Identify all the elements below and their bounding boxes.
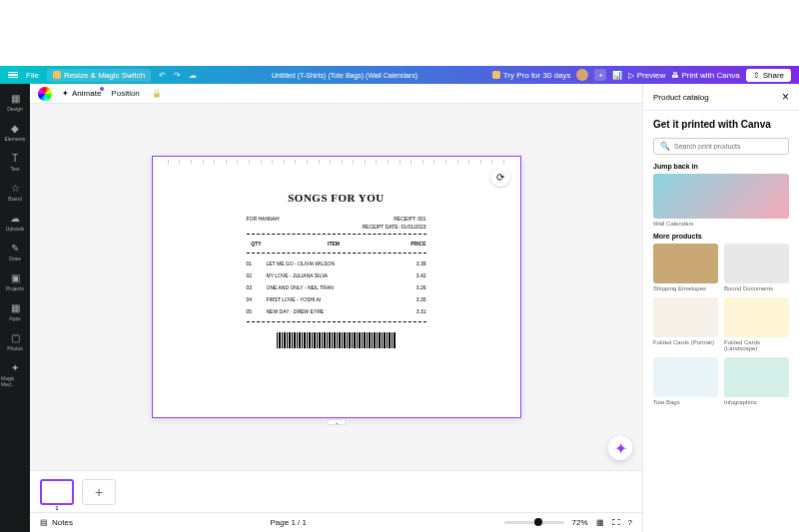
zoom-value[interactable]: 72% [572, 518, 588, 527]
sidebar-item-projects[interactable]: ▣Projects [1, 267, 29, 295]
section-more-products: More products [653, 233, 789, 240]
menu-icon[interactable] [8, 72, 18, 79]
file-menu[interactable]: File [26, 71, 39, 80]
design-canvas[interactable]: ⟳ SONGS FOR YOU FOR HANNAHRECEIPT: 001 R… [152, 156, 521, 418]
receipt-row: 04FIRST LOVE - YOSHI AI3.35 [247, 293, 426, 305]
magic-button[interactable]: ✦ [608, 436, 632, 460]
lock-icon[interactable]: 🔒 [152, 89, 162, 98]
bottom-bar: ▤ Notes Page 1 / 1 72% ▦ ⛶ ? [30, 512, 642, 532]
product-thumbnail [724, 357, 789, 397]
product-thumbnail [724, 244, 789, 283]
page-thumbnail[interactable] [40, 479, 74, 505]
receipt-header: QTYITEMPRICE [247, 239, 426, 249]
position-button[interactable]: Position [111, 89, 139, 98]
panel-header: Product catalog [653, 93, 709, 102]
projects-icon: ▣ [9, 271, 21, 283]
sidebar-item-elements[interactable]: ◆Elements [1, 118, 29, 146]
design-icon: ▦ [9, 92, 21, 104]
product-thumbnail [653, 297, 718, 337]
analytics-icon[interactable]: 📊 [612, 71, 622, 80]
product-thumbnail [653, 174, 789, 219]
avatar[interactable] [576, 69, 588, 81]
document-title[interactable]: Untitled (T-Shirts) (Tote Bags) (Wall Ca… [197, 72, 491, 79]
undo-icon[interactable]: ↶ [159, 71, 166, 80]
add-member-button[interactable]: + [594, 69, 606, 81]
product-item[interactable]: Bound Documents [724, 244, 789, 291]
page-indicator[interactable]: Page 1 / 1 [73, 518, 504, 527]
receipt-row: 02MY LOVE - JULIANA SILVA3.42 [247, 269, 426, 281]
panel-title: Get it printed with Canva [653, 119, 789, 130]
text-icon: T [9, 152, 21, 164]
left-sidebar: ▦Design ◆Elements TText ☆Brand ☁Uploads … [0, 84, 30, 532]
product-item[interactable]: Shipping Envelopes [653, 244, 718, 291]
search-icon: 🔍 [660, 142, 670, 151]
product-item[interactable]: Folded Cards (Landscape) [724, 297, 789, 351]
product-item[interactable]: Folded Cards (Portrait) [653, 297, 718, 351]
sidebar-item-magic[interactable]: ✦Magic Med... [1, 357, 29, 391]
receipt-design[interactable]: SONGS FOR YOU FOR HANNAHRECEIPT: 001 REC… [247, 192, 426, 348]
apps-icon: ▦ [9, 301, 21, 313]
brand-icon: ☆ [9, 182, 21, 194]
grid-view-icon[interactable]: ▦ [596, 518, 604, 527]
product-item[interactable]: Infographics [724, 357, 789, 405]
barcode [277, 332, 397, 348]
product-thumbnail [724, 297, 789, 337]
sidebar-item-draw[interactable]: ✎Draw [1, 238, 29, 266]
page-strip: + [30, 470, 642, 512]
uploads-icon: ☁ [9, 212, 21, 224]
elements-icon: ◆ [9, 122, 21, 134]
receipt-row: 03ONE AND ONLY - NEIL TRAN3.26 [247, 281, 426, 293]
product-thumbnail [653, 357, 718, 397]
zoom-slider[interactable] [504, 521, 564, 524]
redo-icon[interactable]: ↷ [174, 71, 181, 80]
receipt-date: RECEIPT DATE: 01/01/2023 [363, 224, 426, 230]
receipt-for: FOR HANNAH [247, 216, 280, 222]
ruler [163, 160, 510, 168]
expand-handle[interactable]: ⌄ [327, 419, 347, 425]
product-wall-calendars[interactable]: Wall Calendars [653, 174, 789, 227]
product-thumbnail [653, 244, 718, 283]
crown-icon [53, 71, 61, 79]
sidebar-item-text[interactable]: TText [1, 148, 29, 176]
animate-button[interactable]: ✦ Animate [62, 89, 101, 98]
photos-icon: ▢ [9, 331, 21, 343]
crown-icon [492, 71, 500, 79]
sidebar-item-brand[interactable]: ☆Brand [1, 178, 29, 206]
close-icon[interactable]: × [782, 90, 789, 104]
sidebar-item-photos[interactable]: ▢Photos [1, 327, 29, 355]
sidebar-item-uploads[interactable]: ☁Uploads [1, 208, 29, 236]
magic-icon: ✦ [9, 361, 21, 373]
notes-button[interactable]: ▤ Notes [40, 518, 73, 527]
section-jump-back: Jump back in [653, 163, 789, 170]
sidebar-item-design[interactable]: ▦Design [1, 88, 29, 116]
receipt-row: 05NEW DAY - DREW EYRE3.31 [247, 305, 426, 317]
editor-toolbar: ✦ Animate Position 🔒 [30, 84, 642, 104]
product-catalog-panel: Product catalog × Get it printed with Ca… [642, 84, 799, 532]
print-button[interactable]: 🖶 Print with Canva [671, 71, 739, 80]
receipt-row: 01LET ME GO - OLIVIA WILSON3.39 [247, 258, 426, 269]
search-field[interactable] [674, 143, 782, 150]
receipt-title: SONGS FOR YOU [247, 192, 426, 204]
help-icon[interactable]: ? [628, 518, 632, 527]
canvas-area[interactable]: ⟳ SONGS FOR YOU FOR HANNAHRECEIPT: 001 R… [30, 104, 642, 470]
share-button[interactable]: ⇧ Share [746, 69, 791, 82]
product-item[interactable]: Tote Bags [653, 357, 718, 405]
sidebar-item-apps[interactable]: ▦Apps [1, 297, 29, 325]
draw-icon: ✎ [9, 242, 21, 254]
search-input[interactable]: 🔍 [653, 138, 789, 155]
try-pro-button[interactable]: Try Pro for 30 days [492, 71, 571, 80]
top-bar: File Resize & Magic Switch ↶ ↷ ☁ Untitle… [0, 66, 799, 84]
resize-button[interactable]: Resize & Magic Switch [47, 69, 151, 82]
sync-button[interactable]: ⟳ [490, 167, 510, 187]
fullscreen-icon[interactable]: ⛶ [612, 518, 620, 527]
preview-button[interactable]: ▷ Preview [628, 71, 665, 80]
color-picker[interactable] [38, 87, 52, 101]
cloud-icon[interactable]: ☁ [189, 71, 197, 80]
add-page-button[interactable]: + [82, 479, 116, 505]
receipt-number: RECEIPT: 001 [394, 216, 425, 222]
